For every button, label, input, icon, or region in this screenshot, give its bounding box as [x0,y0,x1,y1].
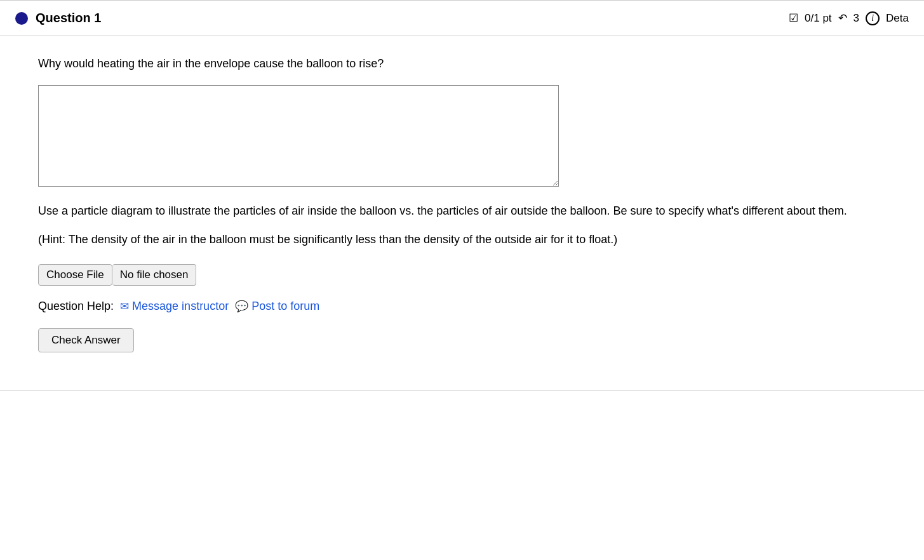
question-body: Why would heating the air in the envelop… [0,36,924,390]
question-header-left: Question 1 [15,11,101,25]
file-input-area: Choose File No file chosen [38,264,886,286]
choose-file-button[interactable]: Choose File [38,264,112,286]
info-icon[interactable]: i [866,11,880,25]
help-label: Question Help: [38,300,114,313]
message-instructor-label: Message instructor [132,300,229,313]
question-title: Question 1 [36,11,101,25]
checkmark-icon: ☑ [789,11,798,25]
answer-textarea[interactable] [38,85,559,187]
undo-icon[interactable]: ↶ [838,11,847,25]
question-header: Question 1 ☑ 0/1 pt ↶ 3 i Deta [0,0,924,36]
post-to-forum-label: Post to forum [251,300,319,313]
message-instructor-link[interactable]: ✉ Message instructor [120,300,229,313]
question-text: Why would heating the air in the envelop… [38,55,886,72]
retry-count: 3 [854,12,859,25]
details-label: Deta [886,12,909,25]
forum-icon: 💬 [235,300,248,313]
question-header-right: ☑ 0/1 pt ↶ 3 i Deta [789,11,909,25]
question-dot [15,12,28,25]
question-help: Question Help: ✉ Message instructor 💬 Po… [38,300,886,313]
question-container: Question 1 ☑ 0/1 pt ↶ 3 i Deta Why would… [0,0,924,391]
no-file-label: No file chosen [112,264,197,286]
bottom-divider [0,390,924,391]
check-answer-button[interactable]: Check Answer [38,328,134,352]
instruction-text: Use a particle diagram to illustrate the… [38,202,886,220]
hint-text: (Hint: The density of the air in the bal… [38,230,886,249]
message-icon: ✉ [120,300,129,313]
post-to-forum-link[interactable]: 💬 Post to forum [235,300,319,313]
points-display: 0/1 pt [805,12,832,25]
